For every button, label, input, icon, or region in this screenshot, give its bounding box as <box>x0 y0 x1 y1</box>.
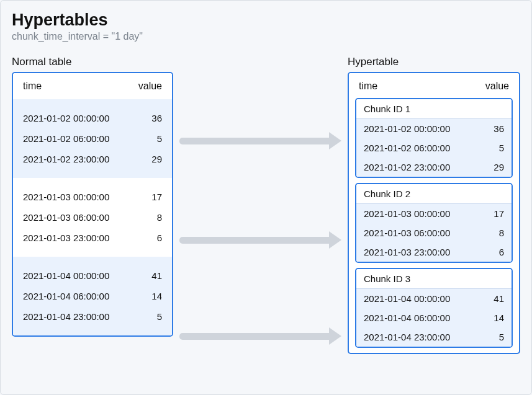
column-header-time: time <box>359 81 377 92</box>
table-row: 2021-01-04 06:00:00 14 <box>13 286 172 306</box>
cell-value: 6 <box>499 247 504 257</box>
chunk: Chunk ID 3 2021-01-04 00:00:00 41 2021-0… <box>355 268 513 348</box>
arrow-icon <box>179 332 341 340</box>
cell-time: 2021-01-04 00:00:00 <box>364 293 450 304</box>
cell-value: 8 <box>157 212 162 223</box>
table-row: 2021-01-02 00:00:00 36 <box>13 108 172 128</box>
diagram-layout: Normal table time value 2021-01-02 00:00… <box>12 56 520 354</box>
arrow-head-icon <box>329 327 341 345</box>
table-row: 2021-01-02 06:00:00 5 <box>13 128 172 149</box>
cell-time: 2021-01-02 23:00:00 <box>364 162 450 172</box>
normal-table-group: 2021-01-02 00:00:00 36 2021-01-02 06:00:… <box>13 99 172 178</box>
table-row: 2021-01-02 23:00:00 29 <box>13 149 172 169</box>
cell-value: 29 <box>494 162 504 172</box>
cell-value: 36 <box>494 123 504 134</box>
cell-time: 2021-01-04 06:00:00 <box>364 313 450 323</box>
cell-time: 2021-01-04 23:00:00 <box>23 311 109 322</box>
cell-value: 5 <box>157 311 162 322</box>
chunk-header: Chunk ID 2 <box>356 184 512 204</box>
cell-time: 2021-01-02 23:00:00 <box>23 154 109 164</box>
cell-time: 2021-01-03 06:00:00 <box>23 212 109 223</box>
table-row: 2021-01-04 23:00:00 5 <box>13 306 172 327</box>
cell-time: 2021-01-04 23:00:00 <box>364 332 450 342</box>
table-row: 2021-01-03 23:00:00 6 <box>13 228 172 248</box>
normal-table-header: time value <box>13 73 172 99</box>
hypertable-column: Hypertable time value Chunk ID 1 2021-01… <box>348 56 520 354</box>
cell-value: 17 <box>494 208 504 219</box>
cell-value: 5 <box>157 133 162 144</box>
chunk: Chunk ID 2 2021-01-03 00:00:00 17 2021-0… <box>355 183 513 263</box>
cell-time: 2021-01-02 06:00:00 <box>364 143 450 153</box>
table-row: 2021-01-04 00:00:00 41 <box>356 289 512 308</box>
cell-value: 41 <box>494 293 504 304</box>
table-row: 2021-01-02 00:00:00 36 <box>356 119 512 138</box>
hypertable-label: Hypertable <box>348 56 520 68</box>
cell-value: 29 <box>151 154 162 164</box>
cell-value: 17 <box>151 192 162 202</box>
table-row: 2021-01-03 00:00:00 17 <box>13 187 172 207</box>
arrow-line <box>179 138 329 144</box>
hypertable-panel: time value Chunk ID 1 2021-01-02 00:00:0… <box>348 72 520 354</box>
chunk-body: 2021-01-03 00:00:00 17 2021-01-03 06:00:… <box>356 204 512 262</box>
cell-time: 2021-01-03 23:00:00 <box>364 247 450 257</box>
column-header-value: value <box>485 81 509 92</box>
normal-table-column: Normal table time value 2021-01-02 00:00… <box>12 56 173 354</box>
cell-time: 2021-01-03 23:00:00 <box>23 233 109 243</box>
arrow-icon <box>179 136 341 145</box>
column-header-time: time <box>23 81 42 92</box>
normal-table-group: 2021-01-04 00:00:00 41 2021-01-04 06:00:… <box>13 257 172 335</box>
normal-table-group: 2021-01-03 00:00:00 17 2021-01-03 06:00:… <box>13 178 172 257</box>
cell-time: 2021-01-02 06:00:00 <box>23 133 109 144</box>
table-row: 2021-01-03 06:00:00 8 <box>356 223 512 242</box>
diagram-container: Hypertables chunk_time_interval = "1 day… <box>0 0 532 395</box>
chunk-body: 2021-01-04 00:00:00 41 2021-01-04 06:00:… <box>356 289 512 347</box>
table-row: 2021-01-04 23:00:00 5 <box>356 327 512 347</box>
cell-time: 2021-01-02 00:00:00 <box>23 113 109 123</box>
arrow-icon <box>179 236 341 244</box>
cell-value: 41 <box>151 270 162 281</box>
cell-value: 14 <box>494 313 504 323</box>
cell-time: 2021-01-04 06:00:00 <box>23 291 109 301</box>
chunk-body: 2021-01-02 00:00:00 36 2021-01-02 06:00:… <box>356 119 512 177</box>
table-row: 2021-01-03 00:00:00 17 <box>356 204 512 223</box>
arrow-head-icon <box>329 132 341 149</box>
cell-time: 2021-01-03 00:00:00 <box>364 208 450 219</box>
column-header-value: value <box>138 81 162 92</box>
cell-value: 6 <box>157 233 162 243</box>
normal-table-panel: time value 2021-01-02 00:00:00 36 2021-0… <box>12 72 173 337</box>
table-row: 2021-01-04 06:00:00 14 <box>356 308 512 327</box>
normal-table-label: Normal table <box>12 56 173 68</box>
cell-time: 2021-01-03 00:00:00 <box>23 192 109 202</box>
cell-value: 8 <box>499 228 504 238</box>
cell-value: 5 <box>499 143 504 153</box>
chunk: Chunk ID 1 2021-01-02 00:00:00 36 2021-0… <box>355 98 513 178</box>
hypertable-header: time value <box>349 73 519 98</box>
chunk-header: Chunk ID 3 <box>356 269 512 289</box>
cell-value: 5 <box>499 332 504 342</box>
arrow-head-icon <box>329 231 341 249</box>
cell-value: 14 <box>151 291 162 301</box>
arrow-line <box>179 333 329 340</box>
table-row: 2021-01-03 23:00:00 6 <box>356 242 512 262</box>
page-subtitle: chunk_time_interval = "1 day" <box>12 31 520 42</box>
table-row: 2021-01-03 06:00:00 8 <box>13 207 172 228</box>
chunk-header: Chunk ID 1 <box>356 99 512 119</box>
cell-time: 2021-01-02 00:00:00 <box>364 123 450 134</box>
table-row: 2021-01-02 23:00:00 29 <box>356 158 512 177</box>
cell-time: 2021-01-03 06:00:00 <box>364 228 450 238</box>
cell-value: 36 <box>151 113 162 123</box>
cell-time: 2021-01-04 00:00:00 <box>23 270 109 281</box>
table-row: 2021-01-04 00:00:00 41 <box>13 265 172 286</box>
arrows-column <box>173 56 348 354</box>
table-row: 2021-01-02 06:00:00 5 <box>356 138 512 158</box>
arrow-line <box>179 237 329 244</box>
page-title: Hypertables <box>12 11 520 30</box>
